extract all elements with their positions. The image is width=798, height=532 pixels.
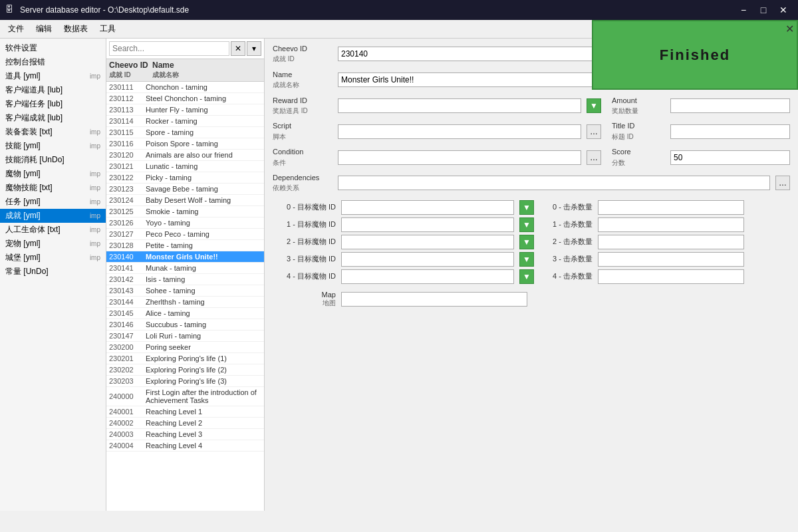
monster-1-id-input[interactable] [341,217,514,232]
amount-input[interactable] [670,98,790,113]
list-item[interactable]: 240003Reaching Level 3 [106,429,264,440]
list-item[interactable]: 230203Exploring Poring's life (3) [106,376,264,387]
list-item[interactable]: 230113Hunter Fly - taming [106,104,264,116]
list-item[interactable]: 230128Petite - taming [106,240,264,251]
title-id-input[interactable] [670,124,790,139]
score-input[interactable] [670,150,790,165]
sidebar-item-client-tasks[interactable]: 客户端任务 [lub] [0,97,106,111]
kill-row-4: 4 - 击杀数量 [539,269,790,284]
list-item-id: 230121 [109,162,146,170]
map-input[interactable] [341,292,527,307]
list-item[interactable]: 230120Animals are also our friend [106,150,264,161]
list-item[interactable]: 230115Spore - taming [106,127,264,138]
list-item[interactable]: 230122Picky - taming [106,172,264,184]
list-item[interactable]: 230145Alice - taming [106,308,264,319]
list-item[interactable]: 230124Baby Desert Wolf - taming [106,195,264,206]
list-item[interactable]: 230144Zherlthsh - taming [106,297,264,308]
kill-3-input[interactable] [598,252,744,267]
list-item-name: Isis - taming [146,275,185,283]
list-item[interactable]: 230121Lunatic - taming [106,161,264,172]
list-item[interactable]: 230201Exploring Poring's life (1) [106,353,264,364]
monster-4-id-browse[interactable]: ▼ [519,269,534,284]
map-label: Map地图 [273,291,336,308]
list-item[interactable]: 230112Steel Chonchon - taming [106,93,264,104]
sidebar-item-equipment-sets[interactable]: 装备套装 [txt] imp [0,125,106,139]
sidebar-item-software-settings[interactable]: 软件设置 [0,41,106,55]
menu-file[interactable]: 文件 [3,22,29,36]
condition-browse-button[interactable]: … [587,150,601,165]
kill-row-3: 3 - 击杀数量 [539,252,790,267]
list-item[interactable]: 240004Reaching Level 4 [106,440,264,452]
sidebar-item-console-errors[interactable]: 控制台报错 [0,55,106,69]
minimize-button[interactable]: − [734,3,753,17]
list-item[interactable]: 230202Exploring Poring's life (2) [106,364,264,376]
sidebar-item-client-achievements[interactable]: 客户端成就 [lub] [0,111,106,125]
monster-4-id-input[interactable] [341,269,514,284]
sidebar-item-client-props[interactable]: 客户端道具 [lub] [0,83,106,97]
search-input[interactable] [109,41,229,56]
app-icon: 🗄 [5,5,16,15]
list-item-id: 240004 [109,442,146,450]
list-item[interactable]: 240000First Login after the introduction… [106,387,264,406]
sidebar-item-castles-yml[interactable]: 城堡 [yml] imp [0,251,106,265]
script-label: Script脚本 [273,121,332,142]
list-item[interactable]: 230142Isis - taming [106,274,264,285]
name-input[interactable] [338,72,601,87]
list-item-name: Steel Chonchon - taming [146,94,226,102]
dependencies-browse-button[interactable]: … [775,176,790,190]
list-item[interactable]: 230140Monster Girls Unite!! [106,251,264,263]
monster-row-2: 2 - 目标魔物 ID ▼ [273,235,534,249]
menu-datatable[interactable]: 数据表 [59,22,93,36]
menu-tools[interactable]: 工具 [94,22,121,36]
list-item[interactable]: 230126Yoyo - taming [106,217,264,229]
list-item[interactable]: 230114Rocker - taming [106,116,264,127]
monster-2-id-input[interactable] [341,235,514,249]
search-dropdown-button[interactable]: ▾ [247,41,261,56]
kill-1-input[interactable] [598,217,744,232]
list-item[interactable]: 230143Sohee - taming [106,285,264,297]
list-item[interactable]: 230123Savage Bebe - taming [106,184,264,195]
list-item[interactable]: 230141Munak - taming [106,263,264,274]
sidebar-item-skill-costs[interactable]: 技能消耗 [UnDo] [0,153,106,167]
monster-0-id-browse[interactable]: ▼ [519,200,534,215]
menu-edit[interactable]: 编辑 [31,22,57,36]
dependencies-input[interactable] [338,176,770,190]
sidebar-item-skills-yml[interactable]: 技能 [yml] imp [0,139,106,153]
list-item[interactable]: 230127Peco Peco - taming [106,229,264,240]
list-item[interactable]: 230125Smokie - taming [106,206,264,217]
sidebar-item-pets-yml[interactable]: 宠物 [yml] imp [0,237,106,251]
sidebar-item-homunculus[interactable]: 人工生命体 [txt] imp [0,223,106,237]
kill-2-input[interactable] [598,235,744,249]
sidebar-item-monsters-yml[interactable]: 魔物 [yml] imp [0,167,106,181]
script-input[interactable] [338,124,581,139]
kill-4-input[interactable] [598,269,744,284]
sidebar-item-tasks-yml[interactable]: 任务 [yml] imp [0,195,106,209]
maximize-button[interactable]: □ [754,3,773,17]
condition-input[interactable] [338,150,581,165]
kill-row-0: 0 - 击杀数量 [539,200,790,215]
list-item[interactable]: 240002Reaching Level 2 [106,418,264,429]
finished-close-button[interactable]: ✕ [785,23,794,35]
reward-id-browse-button[interactable]: ▼ [587,98,601,113]
list-item[interactable]: 240001Reaching Level 1 [106,406,264,418]
list-item[interactable]: 230111Chonchon - taming [106,82,264,93]
search-clear-button[interactable]: ✕ [231,41,245,56]
monster-1-id-browse[interactable]: ▼ [519,217,534,232]
list-item[interactable]: 230116Poison Spore - taming [106,138,264,150]
list-item[interactable]: 230146Succubus - taming [106,319,264,331]
sidebar-item-achievements-yml[interactable]: 成就 [yml] imp [0,209,106,223]
sidebar-item-constants[interactable]: 常量 [UnDo] [0,265,106,279]
script-browse-button[interactable]: … [587,124,601,139]
monster-3-id-browse[interactable]: ▼ [519,252,534,267]
sidebar-item-monster-skills[interactable]: 魔物技能 [txt] imp [0,181,106,195]
monster-2-id-browse[interactable]: ▼ [519,235,534,249]
list-item[interactable]: 230200Poring seeker [106,342,264,353]
reward-id-input[interactable] [338,98,581,113]
close-button[interactable]: ✕ [774,3,793,17]
monster-0-id-input[interactable] [341,200,514,215]
monster-3-id-input[interactable] [341,252,514,267]
list-item[interactable]: 230147Loli Ruri - taming [106,331,264,342]
list-item-name: Reaching Level 1 [146,408,202,416]
kill-0-input[interactable] [598,200,744,215]
sidebar-item-props-yml[interactable]: 道具 [yml] imp [0,69,106,83]
